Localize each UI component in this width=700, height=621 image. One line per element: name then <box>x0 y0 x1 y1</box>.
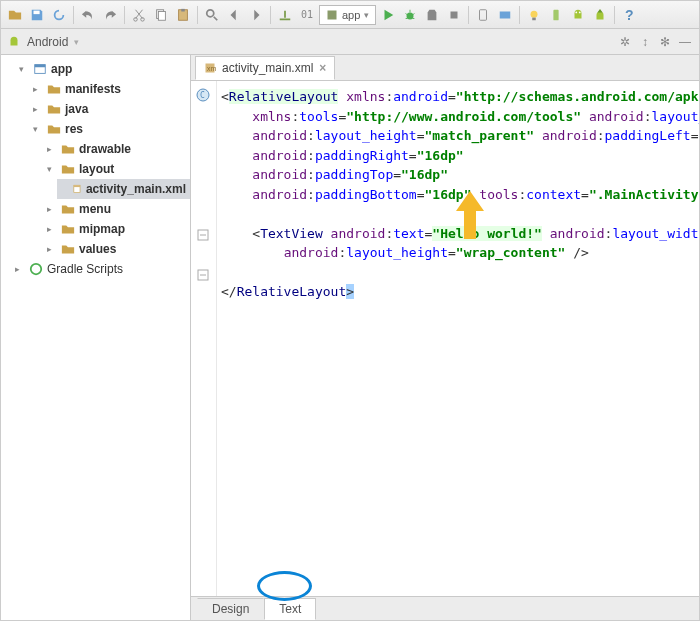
expand-arrow-icon[interactable]: ▸ <box>33 99 43 119</box>
tree-item-label: layout <box>79 159 114 179</box>
svg-rect-14 <box>533 17 537 20</box>
toolbar-separator <box>197 6 198 24</box>
tree-item-label: mipmap <box>79 219 125 239</box>
attach-icon[interactable] <box>422 5 442 25</box>
tree-item-label: activity_main.xml <box>86 179 186 199</box>
folder-icon <box>47 102 61 116</box>
svg-rect-8 <box>328 10 337 19</box>
folder-icon <box>61 222 75 236</box>
module-icon <box>33 62 47 76</box>
svg-rect-21 <box>74 185 80 187</box>
code-line: android:layout_height="wrap_content" /> <box>221 243 699 263</box>
override-icon[interactable]: C <box>196 88 210 102</box>
copy-icon[interactable] <box>151 5 171 25</box>
sdk-icon[interactable] <box>495 5 515 25</box>
expand-arrow-icon[interactable]: ▾ <box>33 119 43 139</box>
cut-icon[interactable] <box>129 5 149 25</box>
avd-icon[interactable] <box>473 5 493 25</box>
tree-item[interactable]: ▸drawable <box>43 139 190 159</box>
svg-rect-12 <box>500 11 511 18</box>
svg-rect-11 <box>480 9 487 20</box>
folder-icon <box>61 162 75 176</box>
android-icon[interactable] <box>568 5 588 25</box>
redo-icon[interactable] <box>100 5 120 25</box>
tree-item[interactable]: ▸menu <box>43 199 190 219</box>
run-config-label: app <box>342 9 360 21</box>
tree-item-label: Gradle Scripts <box>47 259 123 279</box>
editor-tabs: xml activity_main.xml × <box>191 55 699 81</box>
svg-point-17 <box>579 11 581 13</box>
idea-icon[interactable] <box>524 5 544 25</box>
svg-text:xml: xml <box>207 65 216 72</box>
second-toolbar: Android ▾ ✲ ↕ ✻ — <box>1 29 699 55</box>
expand-arrow-icon[interactable]: ▸ <box>47 239 57 259</box>
collapse-icon[interactable]: ↕ <box>637 34 653 50</box>
tree-item-label: manifests <box>65 79 121 99</box>
make-icon[interactable] <box>275 5 295 25</box>
svg-rect-0 <box>34 10 40 14</box>
close-icon[interactable]: × <box>319 61 326 75</box>
code-line: android:paddingRight="16dp" <box>221 146 699 166</box>
editor-pane: xml activity_main.xml × C <RelativeLayou… <box>191 55 699 620</box>
svg-point-13 <box>531 10 538 17</box>
file-icon <box>72 182 82 196</box>
tree-gradle[interactable]: ▸ Gradle Scripts <box>15 259 190 279</box>
run-icon[interactable] <box>378 5 398 25</box>
expand-arrow-icon[interactable]: ▸ <box>47 199 57 219</box>
text-tab[interactable]: Text <box>264 598 316 620</box>
svg-rect-4 <box>158 11 165 20</box>
binary-icon[interactable]: 01 <box>297 5 317 25</box>
debug-icon[interactable] <box>400 5 420 25</box>
main-toolbar: 01 app ▾ ? <box>1 1 699 29</box>
tree-root[interactable]: ▾ app <box>15 59 190 79</box>
gear-icon[interactable]: ✻ <box>657 34 673 50</box>
crosshair-icon[interactable]: ✲ <box>617 34 633 50</box>
tree-item-label: java <box>65 99 88 119</box>
save-icon[interactable] <box>27 5 47 25</box>
find-icon[interactable] <box>202 5 222 25</box>
sync-icon[interactable] <box>49 5 69 25</box>
device-icon[interactable] <box>546 5 566 25</box>
svg-point-7 <box>207 9 214 16</box>
code-editor[interactable]: C <RelativeLayout xmlns:android="http://… <box>191 81 699 596</box>
tab-label: Text <box>279 602 301 616</box>
tree-item[interactable]: ▸mipmap <box>43 219 190 239</box>
design-tab[interactable]: Design <box>197 598 264 620</box>
editor-tab[interactable]: xml activity_main.xml × <box>195 56 335 80</box>
toolbar-separator <box>124 6 125 24</box>
svg-point-22 <box>31 264 42 275</box>
gutter: C <box>191 81 217 596</box>
stop-icon[interactable] <box>444 5 464 25</box>
tree-item[interactable]: ▸java <box>29 99 190 119</box>
expand-arrow-icon[interactable]: ▾ <box>47 159 57 179</box>
fold-icon[interactable] <box>196 268 210 282</box>
expand-arrow-icon[interactable]: ▸ <box>33 79 43 99</box>
help-icon[interactable]: ? <box>619 5 639 25</box>
expand-arrow-icon[interactable]: ▸ <box>47 219 57 239</box>
forward-icon[interactable] <box>246 5 266 25</box>
minimize-icon[interactable]: — <box>677 34 693 50</box>
tree-item[interactable]: ▸values <box>43 239 190 259</box>
tree-item[interactable]: ▸manifests <box>29 79 190 99</box>
tree-item[interactable]: activity_main.xml <box>57 179 190 199</box>
code-line: android:paddingBottom="16dp" tools:conte… <box>221 185 699 205</box>
crumb-label: Android <box>27 35 68 49</box>
android-up-icon[interactable] <box>590 5 610 25</box>
back-icon[interactable] <box>224 5 244 25</box>
open-icon[interactable] <box>5 5 25 25</box>
toolbar-separator <box>73 6 74 24</box>
gradle-icon <box>29 262 43 276</box>
run-config-select[interactable]: app ▾ <box>319 5 376 25</box>
undo-icon[interactable] <box>78 5 98 25</box>
tree-item[interactable]: ▾layout <box>43 159 190 179</box>
paste-icon[interactable] <box>173 5 193 25</box>
expand-arrow-icon[interactable]: ▸ <box>47 139 57 159</box>
svg-rect-10 <box>451 11 458 18</box>
toolbar-separator <box>519 6 520 24</box>
tree-item-label: app <box>51 59 72 79</box>
code-line <box>221 204 699 224</box>
tree-item-label: values <box>79 239 116 259</box>
folder-icon <box>47 82 61 96</box>
fold-icon[interactable] <box>196 228 210 242</box>
tree-item[interactable]: ▾res <box>29 119 190 139</box>
